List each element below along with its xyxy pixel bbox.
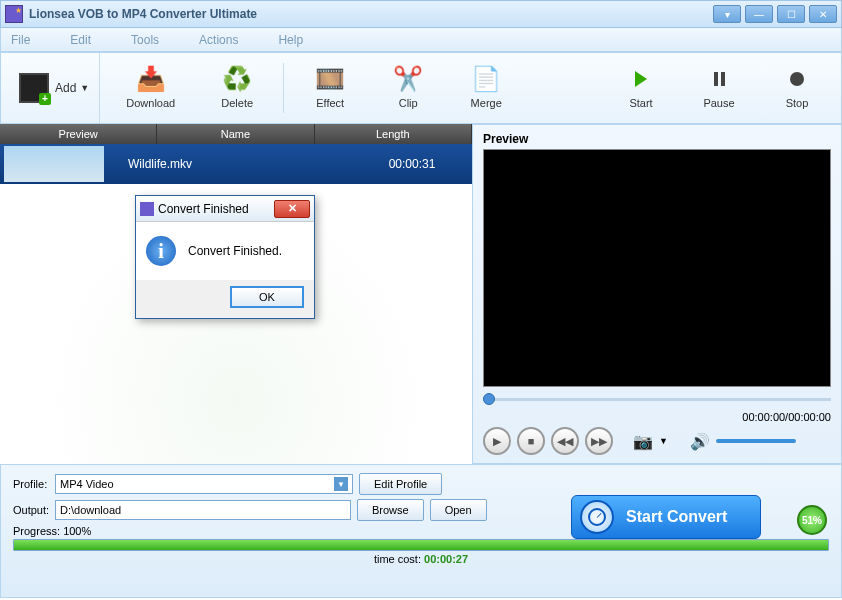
- chevron-down-icon: ▼: [334, 477, 348, 491]
- menu-edit[interactable]: Edit: [70, 33, 91, 47]
- seek-thumb[interactable]: [483, 393, 495, 405]
- add-button[interactable]: Add ▼: [9, 53, 100, 123]
- playback-rewind-button[interactable]: ◀◀: [551, 427, 579, 455]
- col-preview[interactable]: Preview: [0, 124, 157, 144]
- playback-time: 00:00:00/00:00:00: [491, 411, 831, 423]
- separator: [283, 63, 284, 113]
- menu-help[interactable]: Help: [278, 33, 303, 47]
- scissors-icon: ✂️: [392, 63, 424, 95]
- window-extra-button[interactable]: ▾: [713, 5, 741, 23]
- table-row[interactable]: Wildlife.mkv 00:00:31: [0, 144, 472, 184]
- add-label: Add: [55, 81, 76, 95]
- thumbnail: [4, 146, 104, 182]
- snapshot-icon[interactable]: 📷: [633, 432, 653, 451]
- playback-stop-button[interactable]: ■: [517, 427, 545, 455]
- stop-button[interactable]: Stop: [761, 59, 833, 117]
- pause-button[interactable]: Pause: [683, 59, 755, 117]
- dialog-title: Convert Finished: [158, 202, 274, 216]
- preview-screen[interactable]: [483, 149, 831, 387]
- playback-forward-button[interactable]: ▶▶: [585, 427, 613, 455]
- progress-bar: [13, 539, 829, 551]
- profile-label: Profile:: [13, 478, 55, 490]
- minimize-button[interactable]: —: [745, 5, 773, 23]
- seek-bar[interactable]: [483, 391, 831, 407]
- browse-button[interactable]: Browse: [357, 499, 424, 521]
- open-button[interactable]: Open: [430, 499, 487, 521]
- app-icon: [5, 5, 23, 23]
- download-icon: 📥: [135, 63, 167, 95]
- playback-play-button[interactable]: ▶: [483, 427, 511, 455]
- volume-slider[interactable]: [716, 439, 796, 443]
- play-icon: [625, 63, 657, 95]
- title-bar: Lionsea VOB to MP4 Converter Ultimate ▾ …: [0, 0, 842, 28]
- menu-file[interactable]: File: [11, 33, 30, 47]
- dialog-message: Convert Finished.: [188, 244, 282, 258]
- merge-button[interactable]: 📄 Merge: [450, 59, 522, 117]
- delete-button[interactable]: ♻️ Delete: [201, 59, 273, 117]
- output-label: Output:: [13, 504, 55, 516]
- bottom-panel: Profile: MP4 Video ▼ Edit Profile Output…: [0, 464, 842, 598]
- merge-icon: 📄: [470, 63, 502, 95]
- stop-icon: [781, 63, 813, 95]
- menu-actions[interactable]: Actions: [199, 33, 238, 47]
- file-name: Wildlife.mkv: [108, 157, 352, 171]
- clock-icon: [580, 500, 614, 534]
- film-plus-icon: [19, 73, 49, 103]
- preview-label: Preview: [483, 129, 831, 149]
- output-input[interactable]: [55, 500, 351, 520]
- volume-icon[interactable]: 🔊: [690, 432, 710, 451]
- toolbar: Add ▼ 📥 Download ♻️ Delete 🎞️ Effect ✂️ …: [0, 52, 842, 124]
- percent-badge[interactable]: 51%: [797, 505, 827, 535]
- profile-dropdown[interactable]: MP4 Video ▼: [55, 474, 353, 494]
- preview-panel: Preview 00:00:00/00:00:00 ▶ ■ ◀◀ ▶▶ 📷 ▼ …: [472, 124, 842, 464]
- menu-bar: File Edit Tools Actions Help: [0, 28, 842, 52]
- dialog-ok-button[interactable]: OK: [230, 286, 304, 308]
- effect-icon: 🎞️: [314, 63, 346, 95]
- clip-button[interactable]: ✂️ Clip: [372, 59, 444, 117]
- col-name[interactable]: Name: [157, 124, 314, 144]
- window-title: Lionsea VOB to MP4 Converter Ultimate: [29, 7, 713, 21]
- pause-icon: [703, 63, 735, 95]
- file-length: 00:00:31: [352, 157, 472, 171]
- profile-value: MP4 Video: [60, 478, 114, 490]
- chevron-down-icon: ▼: [80, 83, 89, 93]
- maximize-button[interactable]: ☐: [777, 5, 805, 23]
- convert-finished-dialog: Convert Finished ✕ i Convert Finished. O…: [135, 195, 315, 319]
- info-icon: i: [146, 236, 176, 266]
- dialog-close-button[interactable]: ✕: [274, 200, 310, 218]
- dialog-app-icon: [140, 202, 154, 216]
- recycle-icon: ♻️: [221, 63, 253, 95]
- col-length[interactable]: Length: [315, 124, 472, 144]
- list-header: Preview Name Length: [0, 124, 472, 144]
- menu-tools[interactable]: Tools: [131, 33, 159, 47]
- edit-profile-button[interactable]: Edit Profile: [359, 473, 442, 495]
- start-button[interactable]: Start: [605, 59, 677, 117]
- close-button[interactable]: ✕: [809, 5, 837, 23]
- time-cost-value: 00:00:27: [424, 553, 468, 565]
- snapshot-dropdown-icon[interactable]: ▼: [659, 436, 668, 446]
- time-cost-label: time cost:: [374, 553, 421, 565]
- start-convert-button[interactable]: Start Convert: [571, 495, 761, 539]
- progress-fill: [14, 540, 828, 550]
- download-button[interactable]: 📥 Download: [106, 59, 195, 117]
- effect-button[interactable]: 🎞️ Effect: [294, 59, 366, 117]
